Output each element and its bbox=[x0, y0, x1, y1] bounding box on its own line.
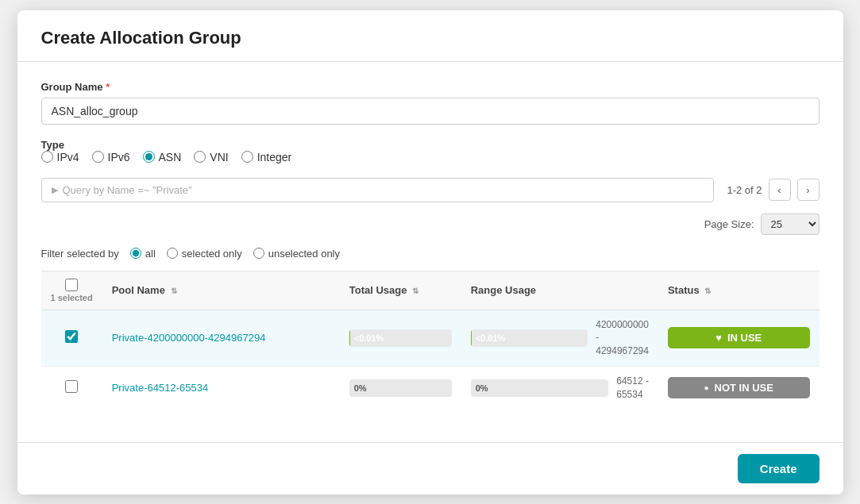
type-vni[interactable]: VNI bbox=[194, 151, 228, 164]
modal-title: Create Allocation Group bbox=[41, 28, 241, 48]
row2-range-bar: 0% bbox=[471, 379, 609, 397]
row2-total-usage: 0% bbox=[340, 366, 461, 409]
row1-total-usage-fill bbox=[349, 329, 350, 347]
table-row: Private-64512-65534 0% 0% bbox=[41, 366, 820, 409]
row1-total-usage-bar: <0.01% bbox=[349, 329, 452, 347]
row2-range-label: 0% bbox=[476, 383, 488, 393]
row2-total-usage-label: 0% bbox=[354, 383, 367, 393]
query-expand-icon: ▶ bbox=[52, 185, 58, 195]
filter-unselected-radio[interactable] bbox=[253, 248, 264, 259]
page-size-label: Page Size: bbox=[704, 218, 754, 230]
row2-status-badge: ● NOT IN USE bbox=[668, 377, 810, 398]
selected-count: 1 selected bbox=[51, 293, 93, 302]
row2-status: ● NOT IN USE bbox=[658, 366, 820, 409]
filter-selected-only[interactable]: selected only bbox=[167, 248, 242, 260]
row1-status: ♥ IN USE bbox=[658, 310, 820, 366]
page-size-select[interactable]: 25 50 100 bbox=[761, 214, 820, 235]
row2-range-values: 64512 -65534 bbox=[616, 375, 649, 402]
modal-footer: Create bbox=[17, 442, 843, 494]
page-size-row: Page Size: 25 50 100 bbox=[41, 214, 820, 235]
row1-total-usage: <0.01% bbox=[340, 310, 461, 366]
row1-checkbox[interactable] bbox=[65, 330, 78, 343]
row2-pool-link[interactable]: Private-64512-65534 bbox=[112, 382, 208, 394]
group-name-input[interactable] bbox=[41, 98, 820, 125]
row2-checkbox[interactable] bbox=[65, 380, 78, 393]
circle-icon: ● bbox=[704, 383, 709, 392]
row1-range-usage: <0.01% 4200000000-4294967294 bbox=[461, 310, 658, 366]
th-checkbox: 1 selected bbox=[41, 271, 102, 310]
row2-pool-name: Private-64512-65534 bbox=[102, 366, 340, 409]
row1-status-badge: ♥ IN USE bbox=[668, 327, 810, 348]
type-label: Type bbox=[41, 139, 816, 151]
row1-total-usage-label: <0.01% bbox=[354, 333, 384, 343]
filter-all[interactable]: all bbox=[130, 248, 156, 260]
create-allocation-group-modal: Create Allocation Group Group Name * Typ… bbox=[17, 10, 843, 494]
type-integer-radio[interactable] bbox=[241, 151, 253, 163]
status-sort-icon: ⇅ bbox=[704, 287, 711, 295]
query-row: ▶ Query by Name =~ "Private" 1-2 of 2 ‹ … bbox=[41, 178, 820, 202]
modal-body: Group Name * Type IPv4 IPv6 ASN bbox=[17, 62, 843, 473]
row1-range-values: 4200000000-4294967294 bbox=[596, 318, 649, 358]
row1-range-fill bbox=[471, 329, 472, 347]
type-asn[interactable]: ASN bbox=[143, 151, 182, 164]
type-asn-radio[interactable] bbox=[143, 151, 155, 163]
heart-icon: ♥ bbox=[715, 332, 722, 344]
prev-page-button[interactable]: ‹ bbox=[769, 179, 791, 201]
type-integer[interactable]: Integer bbox=[241, 151, 292, 164]
th-range-usage: Range Usage bbox=[461, 271, 658, 310]
filter-row: Filter selected by all selected only uns… bbox=[41, 248, 820, 260]
th-pool-name[interactable]: Pool Name ⇅ bbox=[102, 271, 340, 310]
filter-all-radio[interactable] bbox=[130, 248, 141, 259]
type-ipv6-radio[interactable] bbox=[92, 151, 104, 163]
create-button[interactable]: Create bbox=[738, 454, 820, 483]
type-ipv6[interactable]: IPv6 bbox=[92, 151, 130, 164]
row1-range-bar: <0.01% bbox=[471, 329, 588, 347]
row1-checkbox-cell bbox=[41, 310, 102, 366]
row1-range-label: <0.01% bbox=[476, 333, 506, 343]
total-usage-sort-icon: ⇅ bbox=[412, 287, 418, 295]
row1-pool-link[interactable]: Private-4200000000-4294967294 bbox=[112, 332, 266, 344]
select-all-checkbox[interactable] bbox=[65, 279, 78, 291]
row2-range-usage: 0% 64512 -65534 bbox=[461, 366, 658, 409]
next-page-button[interactable]: › bbox=[797, 179, 820, 201]
pagination-info: 1-2 of 2 ‹ › bbox=[727, 179, 819, 201]
type-vni-radio[interactable] bbox=[194, 151, 206, 163]
pools-table: 1 selected Pool Name ⇅ Total Usage ⇅ Ran… bbox=[41, 271, 820, 410]
row1-pool-name: Private-4200000000-4294967294 bbox=[102, 310, 340, 366]
filter-label: Filter selected by bbox=[41, 248, 119, 260]
row2-total-usage-bar: 0% bbox=[349, 379, 452, 397]
query-text: Query by Name =~ "Private" bbox=[63, 184, 192, 196]
type-group: Type IPv4 IPv6 ASN VNI bbox=[41, 139, 820, 164]
type-ipv4-radio[interactable] bbox=[41, 151, 53, 163]
th-total-usage[interactable]: Total Usage ⇅ bbox=[340, 271, 461, 310]
filter-selected-radio[interactable] bbox=[167, 248, 178, 259]
table-row: Private-4200000000-4294967294 <0.01% <0. bbox=[41, 310, 820, 366]
group-name-label: Group Name * bbox=[41, 81, 820, 93]
th-status[interactable]: Status ⇅ bbox=[658, 271, 820, 310]
type-ipv4[interactable]: IPv4 bbox=[41, 151, 79, 164]
modal-header: Create Allocation Group bbox=[17, 10, 843, 62]
pool-name-sort-icon: ⇅ bbox=[171, 287, 177, 295]
group-name-group: Group Name * bbox=[41, 81, 820, 125]
pagination-text: 1-2 of 2 bbox=[727, 184, 762, 196]
row2-checkbox-cell bbox=[41, 366, 102, 409]
query-input-wrap[interactable]: ▶ Query by Name =~ "Private" bbox=[41, 178, 715, 202]
filter-unselected-only[interactable]: unselected only bbox=[253, 248, 340, 260]
type-radio-group: IPv4 IPv6 ASN VNI Integer bbox=[41, 151, 820, 164]
